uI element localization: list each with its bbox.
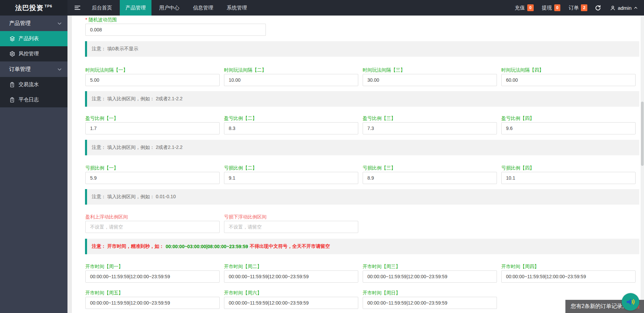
person-icon	[610, 5, 616, 11]
open-mon-input[interactable]	[85, 270, 220, 283]
scrollbar-thumb[interactable]	[641, 102, 644, 166]
field-interval-1: 时间玩法间隔【一】	[85, 67, 220, 86]
field-loss-4: 亏损比例【四】	[501, 164, 636, 184]
profit-2-input[interactable]	[224, 122, 358, 134]
user-menu[interactable]: admin	[610, 5, 638, 11]
open-fri-input[interactable]	[85, 297, 220, 309]
profit-4-input[interactable]	[501, 122, 636, 134]
open-sun-input[interactable]	[363, 297, 497, 309]
open-thu-label: 开市时间【周四】	[501, 263, 636, 270]
recharge-stat[interactable]: 充值 0	[515, 4, 534, 11]
gear-icon	[9, 51, 15, 57]
open-mon-label: 开市时间【周一】	[85, 263, 220, 270]
open-tue-label: 开市时间【周二】	[224, 263, 358, 270]
open-wed-input[interactable]	[363, 270, 497, 283]
random-range-input[interactable]	[85, 24, 266, 36]
required-asterisk: *	[85, 17, 87, 22]
loss-float-label: 亏损下浮动比例区间	[224, 213, 358, 220]
interval-2-input[interactable]	[224, 74, 358, 86]
profit-1-label: 盈亏比例【一】	[85, 115, 220, 122]
tab-user-center[interactable]: 用户中心	[153, 0, 185, 16]
loss-3-input[interactable]	[363, 172, 497, 184]
sidebar-item-label: 交易流水	[19, 81, 39, 88]
sidebar-item-label: 产品列表	[19, 35, 39, 42]
profit-3-label: 盈亏比例【三】	[363, 115, 497, 122]
toast-text: 您有2条新的订单记录,	[571, 303, 624, 310]
sidebar-item-trade-flow[interactable]: 交易流水	[0, 77, 67, 92]
field-loss-1: 亏损比例【一】	[85, 164, 220, 184]
refresh-icon[interactable]	[595, 5, 601, 11]
sidebar-item-risk-management[interactable]: 风控管理	[0, 46, 67, 61]
withdraw-label: 提现	[542, 5, 552, 11]
form-row-open-time-2: 开市时间【周五】 开市时间【周六】 开市时间【周日】	[85, 289, 497, 309]
tab-info-management[interactable]: 信息管理	[187, 0, 219, 16]
clipboard-icon	[9, 97, 15, 103]
note-text: 注意： 填入比例区间，例如： 2或者2.1-2.2	[92, 145, 183, 151]
interval-1-input[interactable]	[85, 74, 220, 86]
sidebar-item-close-log[interactable]: 平仓日志	[0, 92, 67, 107]
note-text: 注意： 填入比例区间，例如： 2或者2.1-2.2	[92, 96, 183, 102]
sidebar-group-product[interactable]: 产品管理	[0, 16, 67, 31]
sidebar-item-label: 风控管理	[19, 51, 39, 57]
field-open-sun: 开市时间【周日】	[363, 289, 497, 309]
field-open-fri: 开市时间【周五】	[85, 289, 220, 309]
loss-float-input[interactable]	[224, 221, 358, 233]
open-thu-input[interactable]	[501, 270, 636, 283]
open-sat-input[interactable]	[224, 297, 358, 309]
note-open-time-hint: 注意： 开市时间，精准到秒，如： 00:00:00~03:00:00|08:00…	[85, 239, 639, 254]
note-ratio-hint-1: 注意： 填入比例区间，例如： 2或者2.1-2.2	[85, 91, 639, 107]
tab-product-management[interactable]: 产品管理	[120, 0, 151, 16]
chevron-down-icon	[57, 21, 62, 26]
tab-system-management[interactable]: 系统管理	[221, 0, 253, 16]
recharge-label: 充值	[515, 5, 525, 11]
field-loss-3: 亏损比例【三】	[363, 164, 497, 184]
note-text-red: 不得出现中文符号，全天不开市请留空	[250, 243, 330, 250]
sidebar-item-product-list[interactable]: 产品列表	[0, 31, 67, 46]
loss-1-input[interactable]	[85, 172, 220, 184]
form-row-random-range: *随机波动范围	[85, 16, 266, 36]
interval-4-input[interactable]	[501, 74, 636, 86]
interval-1-label: 时间玩法间隔【一】	[85, 67, 220, 73]
field-profit-4: 盈亏比例【四】	[501, 115, 636, 134]
form-row-loss-ratio: 亏损比例【一】 亏损比例【二】 亏损比例【三】 亏损比例【四】	[85, 164, 636, 184]
open-tue-input[interactable]	[224, 270, 358, 283]
open-sun-label: 开市时间【周日】	[363, 289, 497, 296]
interval-3-label: 时间玩法间隔【三】	[363, 67, 497, 73]
loss-2-label: 亏损比例【二】	[224, 164, 358, 171]
megaphone-icon	[625, 297, 636, 307]
form-row-intervals: 时间玩法间隔【一】 时间玩法间隔【二】 时间玩法间隔【三】 时间玩法间隔【四】	[85, 67, 636, 86]
profit-float-input[interactable]	[85, 221, 220, 233]
field-interval-4: 时间玩法间隔【四】	[501, 67, 636, 86]
sidebar-group-order[interactable]: 订单管理	[0, 61, 67, 77]
menu-toggle-icon[interactable]	[69, 0, 85, 16]
open-sat-label: 开市时间【周六】	[224, 289, 358, 296]
profit-float-label: 盈利上浮动比例区间	[85, 213, 220, 220]
sidebar-content-gutter	[67, 16, 72, 313]
loss-4-input[interactable]	[501, 172, 636, 184]
notification-sound-button[interactable]	[622, 293, 639, 311]
profit-2-label: 盈亏比例【二】	[224, 115, 358, 122]
scrollbar[interactable]	[641, 16, 644, 313]
profit-1-input[interactable]	[85, 122, 220, 134]
note-text: 注意： 填0表示不显示	[92, 46, 138, 52]
order-stat[interactable]: 订单 2	[568, 4, 587, 11]
loss-2-input[interactable]	[224, 172, 358, 184]
field-interval-2: 时间玩法间隔【二】	[224, 67, 358, 86]
note-text: 注意： 填入比例区间，例如： 0.01-0.10	[92, 194, 176, 200]
field-open-thu: 开市时间【周四】	[501, 263, 636, 283]
profit-3-input[interactable]	[363, 122, 497, 134]
withdraw-count-badge: 0	[554, 4, 561, 11]
order-count-badge: 2	[581, 4, 587, 11]
sidebar-group-label: 产品管理	[9, 20, 31, 27]
layers-icon	[9, 36, 15, 42]
form-row-open-time-1: 开市时间【周一】 开市时间【周二】 开市时间【周三】 开市时间【周四】	[85, 263, 636, 283]
field-profit-2: 盈亏比例【二】	[224, 115, 358, 134]
interval-3-input[interactable]	[363, 74, 497, 86]
field-interval-3: 时间玩法间隔【三】	[363, 67, 497, 86]
top-navbar: 法巴投资 TP6 后台首页 产品管理 用户中心 信息管理 系统管理 充值 0 提…	[0, 0, 644, 16]
withdraw-stat[interactable]: 提现 0	[542, 4, 561, 11]
open-fri-label: 开市时间【周五】	[85, 289, 220, 296]
tab-dashboard[interactable]: 后台首页	[86, 0, 118, 16]
sidebar: 产品管理 产品列表 风控管理 订单管理 交易流水	[0, 16, 67, 313]
recharge-count-badge: 0	[527, 4, 534, 11]
